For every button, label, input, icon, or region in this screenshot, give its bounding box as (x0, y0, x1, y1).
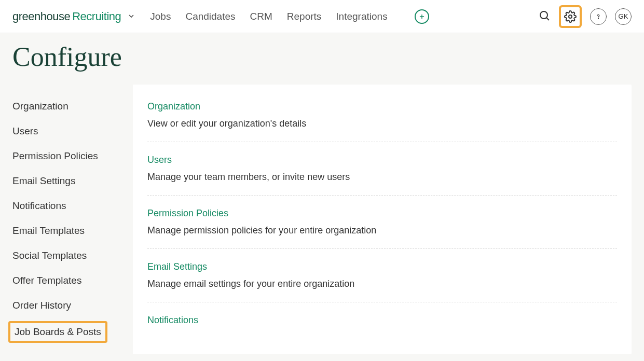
sidebar-item-email-settings[interactable]: Email Settings (12, 169, 133, 193)
gear-highlight (559, 5, 582, 28)
nav-candidates[interactable]: Candidates (185, 11, 235, 22)
panel-desc-email-settings: Manage email settings for your entire or… (147, 279, 617, 289)
avatar-initials: GK (619, 12, 628, 20)
help-icon[interactable] (590, 8, 607, 25)
sidebar-item-organization[interactable]: Organization (12, 94, 133, 119)
svg-point-2 (540, 11, 547, 19)
panel-title-notifications[interactable]: Notifications (147, 315, 617, 326)
page-title: Configure (0, 33, 644, 85)
brand-switcher[interactable]: greenhouse Recruiting (12, 10, 135, 23)
brand-word1: greenhouse (12, 10, 70, 23)
svg-point-5 (598, 18, 599, 19)
nav-jobs[interactable]: Jobs (150, 11, 171, 22)
sidebar-item-offer-templates[interactable]: Offer Templates (12, 268, 133, 293)
search-icon[interactable] (538, 9, 551, 24)
chevron-down-icon (127, 12, 135, 20)
avatar[interactable]: GK (615, 8, 632, 25)
nav-reports[interactable]: Reports (287, 11, 322, 22)
svg-line-3 (547, 18, 550, 20)
brand-word2: Recruiting (72, 10, 121, 23)
add-button[interactable] (415, 9, 429, 24)
nav-integrations[interactable]: Integrations (336, 11, 387, 22)
content: Organization Users Permission Policies E… (0, 85, 644, 354)
panel-title-email-settings[interactable]: Email Settings (147, 261, 617, 272)
panel-desc-organization: View or edit your organization's details (147, 118, 617, 129)
sidebar-item-permission-policies[interactable]: Permission Policies (12, 144, 133, 169)
panel-row-organization: Organization View or edit your organizat… (147, 99, 617, 142)
sidebar-item-users[interactable]: Users (12, 119, 133, 144)
sidebar-item-notifications[interactable]: Notifications (12, 193, 133, 218)
panel-desc-users: Manage your team members, or invite new … (147, 172, 617, 183)
sidebar-highlight: Job Boards & Posts (8, 321, 107, 343)
nav-crm[interactable]: CRM (250, 11, 272, 22)
panel-title-organization[interactable]: Organization (147, 101, 617, 112)
top-nav: greenhouse Recruiting Jobs Candidates CR… (0, 0, 644, 33)
sidebar-item-order-history[interactable]: Order History (12, 293, 133, 318)
panel-title-permission-policies[interactable]: Permission Policies (147, 208, 617, 219)
main-panel: Organization View or edit your organizat… (133, 85, 632, 354)
sidebar-item-job-boards-posts[interactable]: Job Boards & Posts (15, 326, 101, 338)
sidebar-item-email-templates[interactable]: Email Templates (12, 218, 133, 243)
svg-point-4 (569, 15, 572, 18)
panel-row-notifications: Notifications (147, 302, 617, 326)
top-right: GK (538, 5, 632, 28)
panel-row-users: Users Manage your team members, or invit… (147, 142, 617, 196)
panel-desc-permission-policies: Manage permission policies for your enti… (147, 225, 617, 236)
panel-row-email-settings: Email Settings Manage email settings for… (147, 249, 617, 302)
gear-icon[interactable] (562, 8, 579, 25)
sidebar-item-social-templates[interactable]: Social Templates (12, 243, 133, 268)
panel-row-permission-policies: Permission Policies Manage permission po… (147, 196, 617, 249)
nav-items: Jobs Candidates CRM Reports Integrations (150, 9, 429, 24)
panel-title-users[interactable]: Users (147, 155, 617, 165)
sidebar: Organization Users Permission Policies E… (12, 85, 133, 354)
